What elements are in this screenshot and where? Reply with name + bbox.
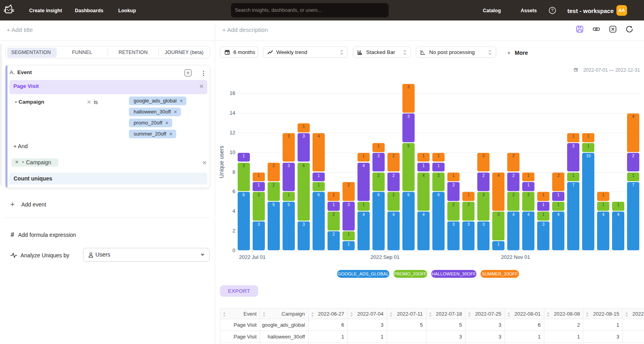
svg-text:?: ? <box>551 8 554 13</box>
